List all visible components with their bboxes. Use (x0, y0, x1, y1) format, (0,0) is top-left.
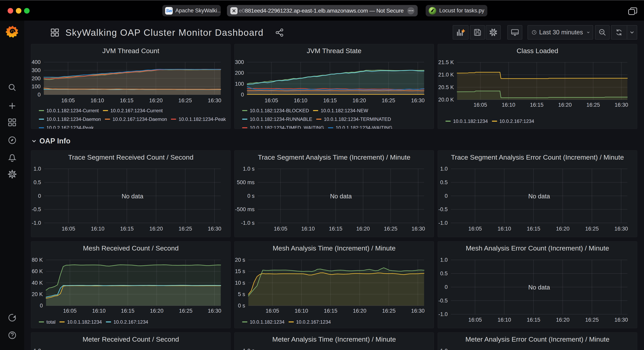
cycle-view-button[interactable] (507, 25, 522, 39)
page-menu-icon[interactable] (407, 7, 414, 14)
legend: 10.0.1.182:123410.0.2.167:1234 (242, 318, 432, 326)
y-tick-label: -0.5 (438, 206, 448, 213)
y-tick-label: 1.0 (31, 166, 41, 172)
legend-item[interactable]: 10.0.1.182:1234-Daemon (39, 117, 101, 122)
y-tick-label: 0 s (234, 192, 254, 199)
y-tick-label: 80 K (31, 256, 43, 263)
y-tick-label: 1.0 (438, 348, 448, 350)
page: Sw Apache SkyWalki… e0881eed4-22961232.a… (0, 0, 644, 350)
chart-meter-received (31, 333, 230, 350)
legend-series-label: 10.0.1.182:1234-BLOCKED (250, 108, 309, 114)
legend-series-label: 10.0.1.182:1234-Daemon (46, 117, 101, 122)
refresh-interval-button[interactable] (627, 25, 637, 39)
dashboards-icon[interactable] (7, 118, 17, 128)
legend-item[interactable]: 10.0.2.167:1234-Peak (39, 125, 94, 129)
x-tick-label: 16:15 (518, 317, 550, 323)
legend-item[interactable]: 10.0.1.182:1234-WAITING (328, 125, 392, 129)
legend-series-color (446, 121, 451, 122)
browser-tab-url[interactable]: e0881eed4-22961232.ap-east-1.elb.amazona… (227, 5, 418, 16)
search-icon[interactable] (7, 82, 17, 93)
legend-item[interactable]: 10.0.1.182:1234-RUNNABLE (242, 117, 312, 122)
y-tick-label: -1.0 (31, 219, 41, 226)
y-tick-label: 0 (234, 91, 244, 98)
apps-icon[interactable] (50, 28, 60, 37)
legend-series-color (171, 119, 176, 120)
legend-series-color (39, 119, 44, 120)
legend-item[interactable]: 10.0.2.167:1234 (288, 319, 331, 325)
x-tick-label: 16:15 (314, 308, 346, 314)
url-bar[interactable]: e0881eed4-22961232.ap-east-1.elb.amazona… (238, 7, 405, 14)
sign-in-icon[interactable] (7, 313, 17, 323)
y-tick-label: 0 (438, 284, 448, 291)
legend-item[interactable]: 10.0.2.167:1234-Current (103, 108, 163, 114)
browser-tab-skywalking[interactable]: Sw Apache SkyWalki… (162, 5, 221, 16)
traffic-light-close[interactable] (8, 8, 13, 13)
x-tick-label: 16:25 (576, 317, 608, 323)
y-tick-label: -0.5 (438, 297, 448, 304)
legend-item[interactable]: 10.0.1.182:1234-Current (39, 108, 99, 114)
dashboard-header: SkyWalking OAP Cluster Monitor Dashboard (24, 20, 644, 44)
close-icon[interactable] (230, 7, 238, 14)
x-tick-label: 16:05 (264, 225, 296, 232)
zoom-out-button[interactable] (595, 25, 610, 39)
browser-tab-locust[interactable]: Locust for tasks.py (426, 5, 487, 16)
chevron-down-icon (31, 138, 37, 144)
traffic-light-minimize[interactable] (16, 8, 22, 13)
save-dashboard-button[interactable] (470, 25, 485, 39)
legend-series-label: 10.0.1.182:1234 (453, 119, 488, 124)
add-panel-button[interactable] (453, 25, 468, 39)
y-tick-label: 400 (31, 59, 41, 65)
traffic-light-zoom[interactable] (24, 8, 30, 13)
configuration-icon[interactable] (7, 169, 17, 179)
row-oap-info[interactable]: OAP Info (31, 137, 70, 146)
grafana-logo[interactable] (5, 24, 19, 38)
legend-item[interactable]: 10.0.1.182:1234-TIMED_WAITING (242, 125, 324, 129)
x-tick-label: 16:30 (606, 102, 637, 108)
legend-series-label: 10.0.1.182:1234 (250, 319, 284, 325)
legend-item[interactable]: 10.0.1.182:1234-NEW (313, 108, 368, 114)
legend-item[interactable]: 10.0.1.182:1234 (242, 319, 284, 325)
y-tick-label: 1.0 s (234, 166, 254, 172)
y-tick-label: 21.5 K (438, 59, 454, 66)
help-icon[interactable] (7, 330, 17, 340)
refresh-button[interactable] (612, 25, 627, 39)
legend-series-color (328, 127, 333, 128)
x-tick-label: 16:20 (343, 97, 375, 104)
x-tick-label: 16:05 (52, 225, 84, 232)
dashboard-title[interactable]: SkyWalking OAP Cluster Monitor Dashboard (66, 27, 264, 38)
x-tick-label: 16:20 (141, 308, 173, 314)
legend-series-color (242, 127, 247, 128)
x-tick-label: 16:15 (320, 225, 352, 232)
y-tick-label: 1.0 (438, 166, 448, 172)
create-icon[interactable] (7, 101, 17, 111)
legend-series-color (313, 110, 318, 111)
chart-mesh-received (31, 241, 230, 328)
y-tick-label: 0 (438, 192, 448, 199)
legend-item[interactable]: 10.0.1.182:1234 (446, 119, 488, 124)
x-tick-label: 16:10 (292, 225, 324, 232)
time-picker-button[interactable]: Last 30 minutes (528, 25, 593, 39)
legend-series-label: 10.0.1.182:1234-Peak (178, 117, 226, 122)
explore-icon[interactable] (7, 135, 17, 145)
y-tick-label: 5 s (234, 291, 245, 298)
legend-item[interactable]: 10.0.2.167:1234 (492, 119, 534, 124)
dashboard-settings-button[interactable] (486, 25, 501, 39)
legend-item[interactable]: 10.0.1.182:1234-Peak (171, 117, 226, 122)
legend: 10.0.1.182:1234-BLOCKED10.0.1.182:1234-N… (242, 106, 432, 129)
x-tick-label: 16:05 (54, 308, 86, 314)
legend-item[interactable]: total (39, 319, 56, 325)
legend-item[interactable]: 10.0.2.167:1234 (106, 319, 148, 325)
legend-item[interactable]: 10.0.1.182:1234-BLOCKED (242, 108, 309, 114)
x-tick-label: 16:25 (576, 225, 608, 232)
legend-series-label: 10.0.2.167:1234 (500, 119, 534, 124)
legend-row: 10.0.1.182:123410.0.2.167:1234 (242, 318, 432, 326)
x-tick-label: 16:05 (459, 225, 491, 232)
y-tick-label: 1.0 (438, 256, 448, 263)
legend-item[interactable]: 10.0.1.182:1234-TERMINATED (316, 117, 391, 122)
legend-item[interactable]: 10.0.1.182:1234 (60, 319, 102, 325)
tab-overview-icon[interactable] (628, 7, 638, 16)
legend-item[interactable]: 10.0.2.167:1234-Daemon (105, 117, 167, 122)
alerting-icon[interactable] (7, 153, 17, 163)
share-icon[interactable] (275, 28, 284, 37)
y-tick-label: 1.0 s (234, 348, 254, 350)
